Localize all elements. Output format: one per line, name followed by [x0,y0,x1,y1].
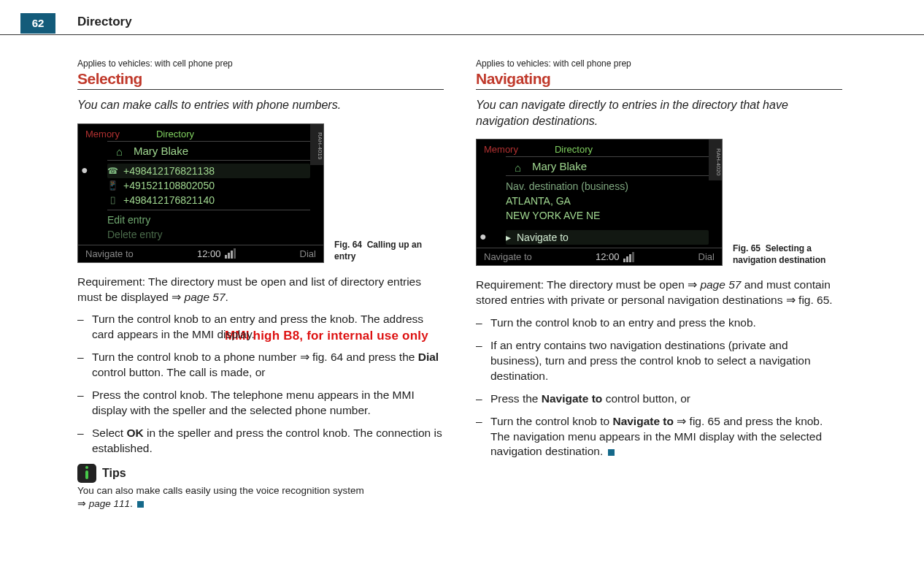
tips-text: You can also make calls easily using the… [77,484,444,511]
left-column: Applies to vehicles: with cell phone pre… [77,58,444,562]
mmi-nav-city: ATLANTA, GA [506,194,709,208]
mmi-phone-line-1: ☎ +498412176821138 [107,164,310,178]
tips-label: Tips [102,465,126,481]
step-1-text: Turn the control knob to an entry and pr… [92,312,444,343]
right-column: Applies to vehicles: with cell phone pre… [476,58,842,562]
requirement-text: Requirement: The directory must be open … [476,278,842,308]
selection-dot-icon: ● [480,230,487,243]
mmi-screenshot-fig64: RAH-4019 Memory Directory ⌂ Mary Blake ●… [77,123,324,263]
mmi-phone-line-2: 📱 +491521108802050 [107,178,310,193]
figure-65-caption: Fig. 65 Selecting a navigation destinati… [733,243,835,266]
page-ref: page 111 [89,498,130,509]
step-2: – Turn the control knob to a phone numbe… [77,350,444,381]
mmi-navigate-to-item: ▸ Navigate to [506,230,709,245]
mmi-nav-street: NEW YORK AVE NE [506,208,709,223]
figure-number: Fig. 65 [733,243,761,253]
phone-num-1: +498412176821138 [123,165,215,177]
selection-dot-icon: ● [81,164,88,177]
dash-icon: – [476,316,490,331]
mmi-memory-label: Memory [484,144,518,155]
signal-icon [623,252,634,262]
page-title: Directory [77,15,132,29]
phone-icon: ☎ [107,166,118,176]
mmi-nav-dest: Nav. destination (business) [506,179,709,194]
step-2-text: If an entry contains two navigation dest… [490,338,842,384]
mmi-edit-entry: Edit entry [107,213,310,227]
contact-name-text: Mary Blake [532,160,587,172]
left-body: Requirement: The directory must be open … [77,275,444,511]
triangle-icon: ▸ [506,232,511,243]
mmi-phone-line-3: ⌷ +498412176821140 [107,193,310,207]
ref-arrow-icon: ⇒ [786,293,796,308]
mmi-navigate-to: Navigate to [484,251,532,262]
home-icon: ⌂ [515,161,526,172]
content-columns: Applies to vehicles: with cell phone pre… [77,58,873,562]
mmi-delete-entry: Delete entry [107,227,310,242]
mmi-memory-label: Memory [85,129,120,140]
ref-arrow-icon: ⇒ [688,278,697,293]
contact-name-text: Mary Blake [134,145,188,157]
step-3-text: Press the control knob. The telephone me… [92,388,444,419]
home-icon: ⌂ [116,145,128,156]
ref-arrow-icon: ⇒ [77,497,86,511]
section-heading-navigating: Navigating [476,70,842,90]
applies-note: Applies to vehicles: with cell phone pre… [77,58,444,69]
page-number: 62 [20,13,55,34]
step-2-text: Turn the control knob to a phone number … [92,350,444,381]
mmi-clock: 12:00 [596,251,620,262]
ref-arrow-icon: ⇒ [172,290,181,305]
dash-icon: – [77,312,92,343]
step-1-text: Turn the control knob to an entry and pr… [490,316,842,331]
dash-icon: – [476,338,490,384]
step-4: – Select OK in the speller and press the… [77,426,444,457]
page-ref: page 57 [700,278,741,291]
mmi-side-tag: RAH-4020 [709,140,722,180]
fax-icon: ⌷ [107,195,118,205]
mmi-contact-name: ⌂ Mary Blake [506,156,709,176]
page-ref: page 57 [185,291,226,303]
step-3: – Press the control knob. The telephone … [77,388,444,419]
step-2: – If an entry contains two navigation de… [476,338,842,384]
mmi-dial: Dial [300,248,316,259]
figure-64-caption: Fig. 64 Calling up an entry [334,240,436,262]
page-header: 62 Directory [0,13,924,35]
mmi-directory-label: Directory [555,144,593,155]
step-4-text: Select OK in the speller and press the c… [92,426,444,457]
right-body: Requirement: The directory must be open … [476,278,842,459]
step-1: – Turn the control knob to an entry and … [476,316,842,331]
dash-icon: – [77,388,92,419]
dash-icon: – [77,426,92,457]
figure-64-row: RAH-4019 Memory Directory ⌂ Mary Blake ●… [77,123,444,263]
section-lead: You can navigate directly to entries in … [476,97,842,129]
phone-num-3: +498412176821140 [123,194,215,206]
section-heading-selecting: Selecting [77,70,444,90]
step-4-text: Turn the control knob to Navigate to ⇒ f… [490,414,842,460]
mobile-icon: 📱 [107,180,118,191]
mmi-contact-name: ⌂ Mary Blake [107,141,310,161]
ref-arrow-icon: ⇒ [677,414,686,429]
step-3-text: Press the Navigate to control button, or [490,392,842,407]
phone-num-2: +491521108802050 [123,180,215,191]
dash-icon: – [77,350,92,381]
figure-65-row: RAH-4020 Memory Directory ⌂ Mary Blake N… [476,139,842,266]
tips-heading: Tips [77,464,444,483]
step-1: – Turn the control knob to an entry and … [77,312,444,343]
applies-note: Applies to vehicles: with cell phone pre… [476,58,842,69]
end-square-icon [608,449,615,456]
figure-number: Fig. 64 [334,240,362,250]
end-square-icon [137,501,144,508]
ref-arrow-icon: ⇒ [300,350,309,365]
signal-icon [225,248,236,259]
info-icon [77,464,96,483]
step-3: – Press the Navigate to control button, … [476,392,842,407]
mmi-screenshot-fig65: RAH-4020 Memory Directory ⌂ Mary Blake N… [476,139,723,266]
mmi-directory-label: Directory [156,129,194,140]
step-4: – Turn the control knob to Navigate to ⇒… [476,414,842,460]
mmi-navigate-to: Navigate to [85,248,134,259]
section-lead: You can make calls to entries with phone… [77,97,444,113]
requirement-text: Requirement: The directory must be open … [77,275,444,305]
dash-icon: – [476,392,490,407]
mmi-dial: Dial [698,251,715,262]
dash-icon: – [476,414,490,460]
mmi-clock: 12:00 [197,248,221,259]
